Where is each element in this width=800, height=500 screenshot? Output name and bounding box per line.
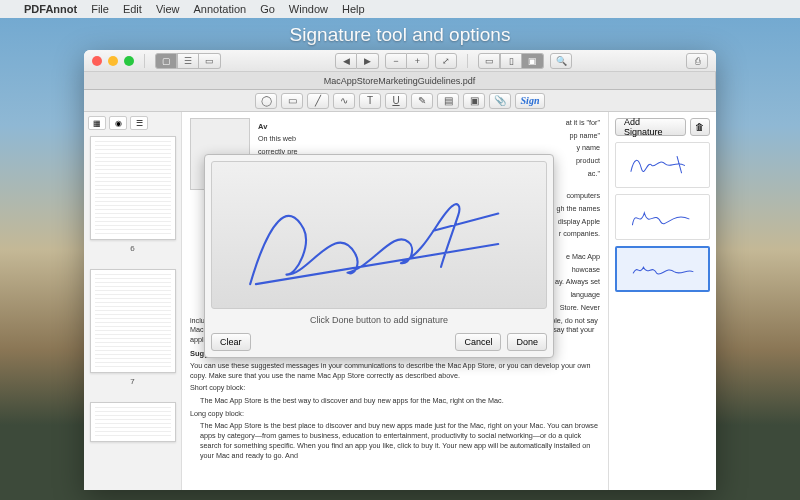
- next-page-button[interactable]: ▶: [357, 53, 379, 69]
- sidebar-none-button[interactable]: ▭: [199, 53, 221, 69]
- thumbs-list-icon[interactable]: ◉: [109, 116, 127, 130]
- macos-menubar: PDFAnnot File Edit View Annotation Go Wi…: [0, 0, 800, 18]
- app-window: ▢ ☰ ▭ ◀ ▶ − + ⤢ ▭ ▯ ▣ 🔍 ⎙ MacAppStoreMar…: [84, 50, 716, 490]
- sign-tool[interactable]: Sign: [515, 93, 545, 109]
- menu-view[interactable]: View: [156, 3, 180, 15]
- saved-signature-3-selected[interactable]: [615, 246, 710, 292]
- page-thumbnail-6[interactable]: [90, 136, 176, 240]
- saved-signature-1[interactable]: [615, 142, 710, 188]
- thumbs-filter-icon[interactable]: ☰: [130, 116, 148, 130]
- stamp-tool[interactable]: ▣: [463, 93, 485, 109]
- zoom-select-button[interactable]: ⤢: [435, 53, 457, 69]
- signatures-panel: Add Signature 🗑: [608, 112, 716, 490]
- done-signature-button[interactable]: Done: [507, 333, 547, 351]
- saved-signature-2[interactable]: [615, 194, 710, 240]
- freehand-tool[interactable]: ∿: [333, 93, 355, 109]
- heading-long: Long copy block:: [190, 409, 600, 419]
- minimize-button[interactable]: [108, 56, 118, 66]
- rect-tool[interactable]: ▭: [281, 93, 303, 109]
- document-tabbar: MacAppStoreMarketingGuidelines.pdf: [84, 72, 716, 90]
- thumbnail-sidebar: ▦ ◉ ☰ 6 7: [84, 112, 182, 490]
- zoom-group: − +: [385, 53, 429, 69]
- cancel-signature-button[interactable]: Cancel: [455, 333, 501, 351]
- signature-hint: Click Done button to add signature: [205, 315, 553, 325]
- hand-tool-button[interactable]: ▯: [500, 53, 522, 69]
- app-name[interactable]: PDFAnnot: [24, 3, 77, 15]
- zoom-in-button[interactable]: +: [407, 53, 429, 69]
- close-button[interactable]: [92, 56, 102, 66]
- menu-go[interactable]: Go: [260, 3, 275, 15]
- circle-tool[interactable]: ◯: [255, 93, 277, 109]
- zoom-out-button[interactable]: −: [385, 53, 407, 69]
- attach-tool[interactable]: 📎: [489, 93, 511, 109]
- add-signature-button[interactable]: Add Signature: [615, 118, 686, 136]
- thumbs-grid-icon[interactable]: ▦: [88, 116, 106, 130]
- prev-page-button[interactable]: ◀: [335, 53, 357, 69]
- search-button[interactable]: 🔍: [550, 53, 572, 69]
- traffic-lights: [92, 56, 134, 66]
- text-tool[interactable]: T: [359, 93, 381, 109]
- window-titlebar: ▢ ☰ ▭ ◀ ▶ − + ⤢ ▭ ▯ ▣ 🔍 ⎙: [84, 50, 716, 72]
- select-tool-button[interactable]: ▭: [478, 53, 500, 69]
- highlight-tool[interactable]: ✎: [411, 93, 433, 109]
- note-tool[interactable]: ▤: [437, 93, 459, 109]
- marketing-banner: Signature tool and options: [0, 18, 800, 52]
- thumb-label: 6: [130, 244, 134, 253]
- clear-signature-button[interactable]: Clear: [211, 333, 251, 351]
- sidebar-thumbnails-button[interactable]: ▢: [155, 53, 177, 69]
- page-thumbnail-7[interactable]: [90, 269, 176, 373]
- sidebar-outline-button[interactable]: ☰: [177, 53, 199, 69]
- zoom-button[interactable]: [124, 56, 134, 66]
- signature-capture-popover: Click Done button to add signature Clear…: [204, 154, 554, 358]
- delete-signature-button[interactable]: 🗑: [690, 118, 710, 136]
- sidebar-mode-group: ▢ ☰ ▭: [155, 53, 221, 69]
- menu-help[interactable]: Help: [342, 3, 365, 15]
- document-tab[interactable]: MacAppStoreMarketingGuidelines.pdf: [84, 72, 716, 89]
- annotate-mode-button[interactable]: ▣: [522, 53, 544, 69]
- tab-title: MacAppStoreMarketingGuidelines.pdf: [324, 76, 476, 86]
- menu-annotation[interactable]: Annotation: [194, 3, 247, 15]
- thumb-label: 7: [130, 377, 134, 386]
- nav-group: ◀ ▶: [335, 53, 379, 69]
- underline-tool[interactable]: U: [385, 93, 407, 109]
- print-button[interactable]: ⎙: [686, 53, 708, 69]
- heading-short: Short copy block:: [190, 383, 600, 393]
- line-tool[interactable]: ╱: [307, 93, 329, 109]
- menu-file[interactable]: File: [91, 3, 109, 15]
- page-thumbnail-next[interactable]: [90, 402, 176, 442]
- menu-edit[interactable]: Edit: [123, 3, 142, 15]
- annotation-toolbar: ◯ ▭ ╱ ∿ T U ✎ ▤ ▣ 📎 Sign: [84, 90, 716, 112]
- signature-canvas[interactable]: [211, 161, 547, 309]
- doc-heading-av: Av: [258, 122, 522, 132]
- view-mode-group: ▭ ▯ ▣: [478, 53, 544, 69]
- menu-window[interactable]: Window: [289, 3, 328, 15]
